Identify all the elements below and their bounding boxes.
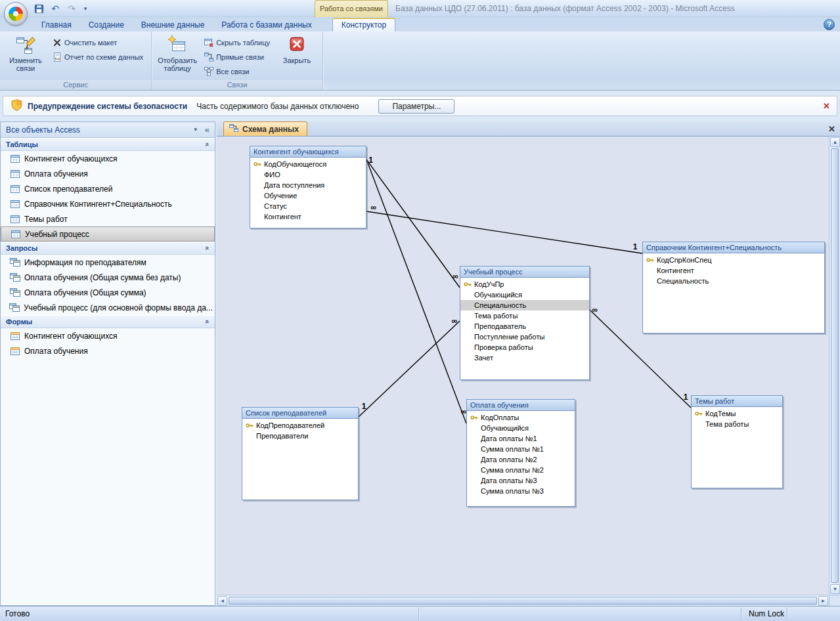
undo-button[interactable]: ↶ (48, 2, 62, 15)
horizontal-scroll-thumb[interactable] (229, 597, 817, 605)
nav-section-header[interactable]: Формы« (1, 315, 215, 328)
diagram-field[interactable]: Обучающийся (467, 423, 575, 433)
horizontal-scrollbar[interactable]: ◄ ► (217, 595, 829, 606)
nav-item[interactable]: Справочник Контингент+Специальность (1, 196, 215, 211)
nav-item[interactable]: Оплата обучения (Общая сумма) (1, 285, 215, 300)
nav-item[interactable]: Оплата обучения (Общая сумма без даты) (1, 270, 215, 285)
clear-layout-button[interactable]: Очистить макет (49, 35, 147, 49)
diagram-table[interactable]: Темы работКодТемыТема работы (691, 395, 783, 488)
document-close-icon[interactable]: ✕ (828, 124, 835, 134)
ribbon-tab[interactable]: Внешние данные (133, 18, 213, 32)
scroll-right-icon[interactable]: ► (818, 596, 828, 606)
direct-relationships-button[interactable]: Прямые связи (200, 50, 274, 64)
diagram-field[interactable]: Дата оплаты №2 (467, 454, 575, 465)
ribbon-tab[interactable]: Главная (33, 18, 80, 32)
diagram-field[interactable]: Поступление работы (460, 332, 589, 342)
diagram-field[interactable]: КодУчПр (460, 279, 589, 289)
nav-item-label: Оплата обучения (24, 169, 88, 179)
diagram-field[interactable]: Статус (250, 201, 366, 211)
navigation-shutter-icon[interactable]: « (205, 125, 210, 135)
nav-item-label: Учебный процесс (25, 230, 89, 239)
nav-item[interactable]: Учебный процесс (для основной формы ввод… (1, 300, 215, 315)
scroll-down-icon[interactable]: ▼ (830, 584, 840, 594)
nav-item[interactable]: Оплата обучения (1, 166, 215, 181)
nav-item[interactable]: Учебный процесс (1, 226, 215, 242)
table-icon (9, 185, 20, 193)
chevron-up-icon: « (204, 320, 211, 324)
edit-relationships-button[interactable]: Изменитьсвязи (4, 34, 47, 72)
qat-customize-button[interactable]: ▾ (81, 2, 90, 15)
tab-relationships[interactable]: Схема данных (223, 121, 307, 136)
ribbon-tab[interactable]: Создание (80, 18, 133, 32)
diagram-field[interactable]: КодОбучающегося (250, 159, 366, 169)
cardinality-label: 1 (362, 402, 366, 411)
scroll-left-icon[interactable]: ◄ (217, 596, 227, 606)
nav-item[interactable]: Информация по преподавателям (1, 255, 215, 270)
nav-item[interactable]: Список преподавателей (1, 181, 215, 196)
diagram-field-name: Обучение (264, 192, 297, 200)
redo-button[interactable]: ↷ (64, 2, 79, 15)
all-relationships-button[interactable]: Все связи (200, 64, 274, 78)
security-options-button[interactable]: Параметры... (378, 99, 454, 114)
diagram-field[interactable]: Обучение (250, 190, 366, 201)
diagram-field[interactable]: Сумма оплаты №2 (467, 465, 575, 475)
diagram-table[interactable]: Справочник Контингент+СпециальностьКодСп… (642, 242, 825, 333)
nav-item[interactable]: Контингент обучающихся (1, 328, 215, 343)
diagram-table[interactable]: Учебный процессКодУчПрОбучающийсяСпециал… (460, 266, 590, 380)
diagram-field[interactable]: Преподаватель (460, 321, 589, 332)
diagram-field[interactable]: Обучающийся (460, 289, 589, 300)
diagram-field[interactable]: КодПреподавателей (242, 420, 358, 431)
diagram-field[interactable]: Проверка работы (460, 342, 589, 353)
diagram-field[interactable]: Специальность (460, 300, 589, 310)
diagram-table-title[interactable]: Список преподавателей (242, 408, 358, 419)
diagram-field[interactable]: Контингент (250, 211, 366, 222)
security-bar-close-icon[interactable]: ✕ (823, 101, 830, 111)
cardinality-label: 1 (368, 156, 373, 165)
diagram-field[interactable]: Дата оплаты №1 (467, 433, 575, 444)
office-button[interactable] (4, 2, 28, 26)
diagram-field[interactable]: Контингент (643, 265, 824, 276)
diagram-field[interactable]: КодОплаты (467, 412, 575, 423)
vertical-scroll-thumb[interactable] (831, 148, 839, 583)
diagram-field[interactable]: Преподаватели (242, 431, 358, 441)
diagram-table[interactable]: Контингент обучающихсяКодОбучающегосяФИО… (250, 146, 366, 228)
hide-table-button[interactable]: Скрыть таблицу (200, 35, 274, 49)
nav-section-header[interactable]: Таблицы« (1, 138, 215, 151)
nav-section-header[interactable]: Запросы« (1, 242, 215, 255)
diagram-table-title[interactable]: Учебный процесс (460, 267, 589, 278)
ribbon-tab[interactable]: Работа с базами данных (213, 18, 320, 32)
diagram-field[interactable]: Сумма оплаты №1 (467, 444, 575, 454)
diagram-table-title[interactable]: Темы работ (692, 396, 782, 407)
diagram-table[interactable]: Список преподавателейКодПреподавателейПр… (242, 407, 359, 500)
diagram-field-name: Поступление работы (474, 333, 544, 341)
ribbon-tab[interactable]: Конструктор (332, 18, 395, 32)
diagram-field[interactable]: Дата поступления (250, 180, 366, 190)
form-icon (9, 332, 20, 340)
diagram-field[interactable]: Тема работы (460, 310, 589, 321)
close-red-button[interactable]: Закрыть (275, 34, 319, 64)
diagram-table-title[interactable]: Справочник Контингент+Специальность (643, 242, 824, 253)
diagram-table-title[interactable]: Оплата обучения (467, 400, 575, 411)
scroll-up-icon[interactable]: ▲ (830, 137, 840, 147)
diagram-table[interactable]: Оплата обученияКодОплатыОбучающийсяДата … (466, 399, 575, 507)
save-button[interactable] (32, 2, 46, 15)
help-button[interactable]: ? (824, 19, 835, 30)
diagram-field[interactable]: Тема работы (692, 419, 782, 429)
diagram-field[interactable]: Зачет (460, 353, 589, 363)
nav-item[interactable]: Оплата обучения (1, 343, 215, 358)
show-table-button[interactable]: Отобразитьтаблицу (156, 34, 199, 72)
navigation-dropdown-icon[interactable]: ▼ (193, 127, 198, 133)
vertical-scrollbar[interactable]: ▲ ▼ (829, 137, 840, 595)
navigation-pane-header[interactable]: Все объекты Access ▼ « (1, 122, 215, 138)
diagram-field[interactable]: Специальность (643, 276, 824, 286)
nav-item-label: Темы работ (24, 215, 68, 224)
diagram-field[interactable]: КодТемы (692, 408, 782, 419)
diagram-field[interactable]: Дата оплаты №3 (467, 475, 575, 486)
diagram-table-title[interactable]: Контингент обучающихся (250, 146, 366, 158)
relationship-report-button[interactable]: Отчет по схеме данных (49, 50, 147, 64)
diagram-field[interactable]: КодСпрКонСпец (643, 255, 824, 265)
diagram-field[interactable]: Сумма оплаты №3 (467, 486, 575, 496)
nav-item[interactable]: Контингент обучающихся (1, 151, 215, 166)
diagram-field[interactable]: ФИО (250, 169, 366, 180)
nav-item[interactable]: Темы работ (1, 211, 215, 226)
